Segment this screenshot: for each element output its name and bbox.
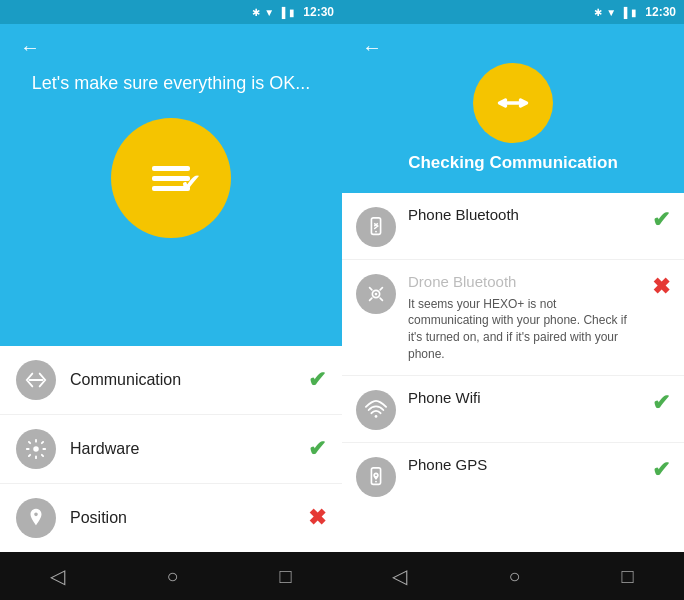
arrows-icon bbox=[25, 369, 47, 391]
drone-bluetooth-desc: It seems your HEXO+ is not communicating… bbox=[408, 296, 640, 363]
position-icon-circle bbox=[16, 498, 56, 538]
left-nav-bar: ← bbox=[20, 32, 322, 63]
right-item-drone-bluetooth[interactable]: Drone Bluetooth It seems your HEXO+ is n… bbox=[342, 260, 684, 376]
right-back-button[interactable]: ← bbox=[362, 36, 382, 59]
phone-bluetooth-content: Phone Bluetooth bbox=[408, 205, 640, 225]
phone-gps-label: Phone GPS bbox=[408, 455, 640, 475]
recents-nav-icon[interactable]: □ bbox=[279, 565, 291, 588]
checklist-icon: ✔ bbox=[152, 166, 190, 191]
phone-bluetooth-label: Phone Bluetooth bbox=[408, 205, 640, 225]
drone-bt-icon-circle bbox=[356, 274, 396, 314]
comm-icon-circle bbox=[473, 63, 553, 143]
right-item-phone-bluetooth[interactable]: Phone Bluetooth ✔ bbox=[342, 193, 684, 260]
svg-point-0 bbox=[33, 446, 39, 452]
drone-bluetooth-label: Drone Bluetooth bbox=[408, 272, 640, 292]
right-nav-bar: ← bbox=[362, 32, 664, 63]
wifi-icon-circle bbox=[356, 390, 396, 430]
gps-phone-icon bbox=[365, 466, 387, 488]
phone-gps-content: Phone GPS bbox=[408, 455, 640, 475]
right-home-nav-icon[interactable]: ○ bbox=[508, 565, 520, 588]
left-status-bar: ✱ ▼ ▐ ▮ 12:30 bbox=[0, 0, 342, 24]
checkmark-icon: ✔ bbox=[180, 168, 202, 199]
phone-gps-status: ✔ bbox=[652, 455, 670, 483]
hardware-icon-circle bbox=[16, 429, 56, 469]
list-item-position[interactable]: Position ✖ bbox=[0, 484, 342, 552]
svg-point-5 bbox=[375, 415, 378, 418]
list-item-hardware[interactable]: Hardware ✔ bbox=[0, 415, 342, 484]
signal-icon: ▐ bbox=[278, 7, 285, 18]
wifi-icon: ▼ bbox=[606, 7, 616, 18]
gear-icon bbox=[25, 438, 47, 460]
right-time: 12:30 bbox=[645, 5, 676, 19]
gps-icon-circle bbox=[356, 457, 396, 497]
left-panel: ✱ ▼ ▐ ▮ 12:30 ← Let's make sure everythi… bbox=[0, 0, 342, 600]
left-bottom-nav: ◁ ○ □ bbox=[0, 552, 342, 600]
phone-bt-icon-circle bbox=[356, 207, 396, 247]
phone-wifi-check: ✔ bbox=[652, 390, 670, 416]
list-item-communication[interactable]: Communication ✔ bbox=[0, 346, 342, 415]
checking-title: Checking Communication bbox=[408, 153, 618, 173]
left-back-button[interactable]: ← bbox=[20, 36, 40, 59]
communication-status: ✔ bbox=[308, 367, 326, 393]
left-list: Communication ✔ Hardware ✔ Position ✖ bbox=[0, 346, 342, 552]
drone-bluetooth-status: ✖ bbox=[652, 272, 670, 300]
wifi-icon: ▼ bbox=[264, 7, 274, 18]
hardware-status: ✔ bbox=[308, 436, 326, 462]
pin-icon bbox=[25, 507, 47, 529]
right-top-section: ← Checking Communication bbox=[342, 24, 684, 193]
svg-point-4 bbox=[375, 293, 378, 296]
back-nav-icon[interactable]: ◁ bbox=[50, 564, 65, 588]
phone-bluetooth-status: ✔ bbox=[652, 205, 670, 233]
drone-bluetooth-icon bbox=[365, 283, 387, 305]
home-nav-icon[interactable]: ○ bbox=[166, 565, 178, 588]
right-back-nav-icon[interactable]: ◁ bbox=[392, 564, 407, 588]
battery-icon: ▮ bbox=[289, 7, 295, 18]
left-top-section: ← Let's make sure everything is OK... ✔ bbox=[0, 24, 342, 346]
phone-bluetooth-check: ✔ bbox=[652, 207, 670, 233]
position-label: Position bbox=[70, 509, 294, 527]
right-list: Phone Bluetooth ✔ Drone Bluetooth It see… bbox=[342, 193, 684, 552]
battery-icon: ▮ bbox=[631, 7, 637, 18]
bluetooth-icon: ✱ bbox=[252, 7, 260, 18]
left-time: 12:30 bbox=[303, 5, 334, 19]
right-recents-nav-icon[interactable]: □ bbox=[621, 565, 633, 588]
communication-icon-circle bbox=[16, 360, 56, 400]
communication-label: Communication bbox=[70, 371, 294, 389]
signal-icon: ▐ bbox=[620, 7, 627, 18]
phone-gps-check: ✔ bbox=[652, 457, 670, 483]
wifi-signal-icon bbox=[365, 399, 387, 421]
phone-wifi-status: ✔ bbox=[652, 388, 670, 416]
left-main-icon: ✔ bbox=[111, 118, 231, 238]
svg-point-2 bbox=[375, 231, 377, 233]
right-panel: ✱ ▼ ▐ ▮ 12:30 ← Checking Communication bbox=[342, 0, 684, 600]
right-bottom-nav: ◁ ○ □ bbox=[342, 552, 684, 600]
bluetooth-icon: ✱ bbox=[594, 7, 602, 18]
phone-bluetooth-icon bbox=[365, 216, 387, 238]
right-item-phone-wifi[interactable]: Phone Wifi ✔ bbox=[342, 376, 684, 443]
left-tagline: Let's make sure everything is OK... bbox=[32, 73, 311, 94]
drone-bluetooth-check: ✖ bbox=[652, 274, 670, 300]
position-status: ✖ bbox=[308, 505, 326, 531]
right-status-bar: ✱ ▼ ▐ ▮ 12:30 bbox=[342, 0, 684, 24]
drone-bluetooth-content: Drone Bluetooth It seems your HEXO+ is n… bbox=[408, 272, 640, 363]
hardware-label: Hardware bbox=[70, 440, 294, 458]
svg-point-7 bbox=[375, 480, 377, 482]
comm-arrows-icon bbox=[495, 85, 531, 121]
phone-wifi-content: Phone Wifi bbox=[408, 388, 640, 408]
phone-wifi-label: Phone Wifi bbox=[408, 388, 640, 408]
right-item-phone-gps[interactable]: Phone GPS ✔ bbox=[342, 443, 684, 509]
